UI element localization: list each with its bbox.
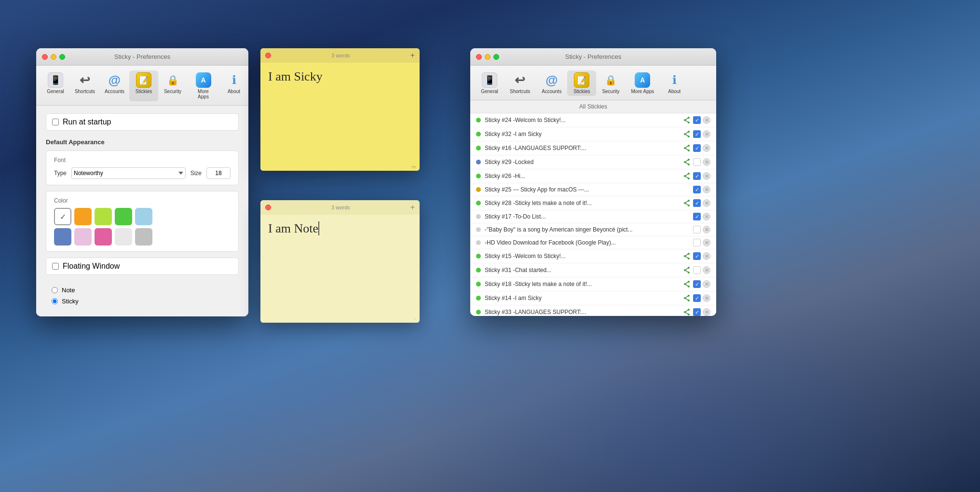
list-item[interactable]: Sticky #31 -Chat started... ✕ [470, 263, 716, 277]
share-icon[interactable] [682, 130, 691, 138]
toolbar-item-stickies-r[interactable]: 📝 Stickies [567, 70, 596, 96]
share-icon[interactable] [682, 144, 691, 152]
check-icon[interactable]: ✓ [693, 186, 701, 193]
check-empty-icon[interactable] [693, 266, 701, 274]
color-swatch-pink[interactable] [95, 228, 112, 246]
toolbar-item-moreapps[interactable]: A More Apps [187, 70, 219, 101]
list-item[interactable]: Sticky #26 -Hi... ✓ ✕ [470, 169, 716, 183]
color-swatch-light-blue[interactable] [135, 208, 152, 225]
share-icon[interactable] [682, 158, 691, 166]
check-empty-icon[interactable] [693, 226, 701, 233]
check-empty-icon[interactable] [693, 239, 701, 246]
toolbar-item-shortcuts[interactable]: ↩ Shortcuts [70, 70, 100, 101]
check-empty-icon[interactable] [693, 158, 701, 166]
minimize-button-left[interactable] [51, 54, 56, 60]
toolbar-item-about-r[interactable]: ℹ About [660, 70, 689, 96]
list-item[interactable]: Sticky #17 -To-Do List... ✓ ✕ [470, 210, 716, 223]
check-icon[interactable]: ✓ [693, 213, 701, 220]
color-swatch-gray[interactable] [135, 228, 152, 246]
share-icon[interactable] [682, 252, 691, 260]
delete-icon[interactable]: ✕ [703, 252, 710, 260]
delete-icon[interactable]: ✕ [703, 266, 710, 274]
check-icon[interactable]: ✓ [693, 252, 701, 260]
delete-icon[interactable]: ✕ [703, 308, 710, 316]
toolbar-item-about[interactable]: ℹ About [219, 70, 248, 101]
share-icon[interactable] [682, 294, 691, 302]
share-icon[interactable] [682, 172, 691, 180]
list-item[interactable]: Sticky #16 -LANGUAGES SUPPORT:... ✓ ✕ [470, 141, 716, 155]
list-item[interactable]: Sticky #33 -LANGUAGES SUPPORT:... ✓ ✕ [470, 305, 716, 316]
svg-line-48 [685, 296, 689, 298]
check-icon[interactable]: ✓ [693, 199, 701, 207]
minimize-button-right[interactable] [485, 54, 490, 60]
toolbar-item-accounts[interactable]: @ Accounts [100, 70, 129, 101]
sticky-body-bottom[interactable]: I am Note​ [260, 215, 420, 311]
list-item[interactable]: Sticky #32 -I am Sicky ✓ ✕ [470, 127, 716, 141]
toolbar-item-shortcuts-r[interactable]: ↩ Shortcuts [504, 70, 536, 96]
toolbar-item-accounts-r[interactable]: @ Accounts [536, 70, 567, 96]
color-swatch-blue[interactable] [54, 228, 71, 246]
list-item[interactable]: Sticky #18 -Sticky lets make a note of i… [470, 277, 716, 291]
delete-icon[interactable]: ✕ [703, 239, 710, 246]
check-icon[interactable]: ✓ [693, 294, 701, 302]
toolbar-item-stickies[interactable]: 📝 Stickies [129, 70, 158, 101]
run-at-startup-checkbox[interactable] [52, 119, 59, 125]
delete-icon[interactable]: ✕ [703, 186, 710, 193]
toolbar-item-moreapps-r[interactable]: A More Apps [626, 70, 660, 96]
list-item[interactable]: -HD Video Download for Facebook (Google … [470, 236, 716, 249]
color-swatch-light-green[interactable] [95, 208, 112, 225]
radio-note[interactable] [52, 287, 58, 293]
maximize-button-right[interactable] [493, 54, 499, 60]
delete-icon[interactable]: ✕ [703, 294, 710, 302]
share-icon[interactable] [682, 308, 691, 316]
close-button-left[interactable] [42, 54, 48, 60]
list-item[interactable]: Sticky #24 -Welcom to Sticky!... ✓ ✕ [470, 113, 716, 127]
delete-icon[interactable]: ✕ [703, 280, 710, 288]
add-button-bottom[interactable]: + [410, 203, 415, 212]
delete-icon[interactable]: ✕ [703, 226, 710, 233]
list-item[interactable]: Sticky #14 -I am Sicky ✓ ✕ [470, 291, 716, 305]
check-icon[interactable]: ✓ [693, 130, 701, 138]
toolbar-item-security-r[interactable]: 🔒 Security [596, 70, 625, 96]
share-icon[interactable] [682, 199, 691, 207]
toolbar-item-general[interactable]: 📱 General [41, 70, 70, 101]
check-icon[interactable]: ✓ [693, 280, 701, 288]
color-swatch-light-gray[interactable] [115, 228, 132, 246]
color-swatch-green[interactable] [115, 208, 132, 225]
close-button-sticky-top[interactable] [265, 53, 271, 58]
toolbar-item-general-r[interactable]: 📱 General [475, 70, 504, 96]
color-swatch-orange[interactable] [74, 208, 92, 225]
delete-icon[interactable]: ✕ [703, 172, 710, 180]
check-icon[interactable]: ✓ [693, 144, 701, 152]
share-icon[interactable] [682, 116, 691, 124]
list-item[interactable]: -"Baby Boy" is a song by American singer… [470, 223, 716, 236]
share-icon[interactable] [682, 266, 691, 274]
check-icon[interactable]: ✓ [693, 308, 701, 316]
delete-icon[interactable]: ✕ [703, 213, 710, 220]
color-swatch-white[interactable]: ✓ [54, 208, 71, 225]
share-icon[interactable] [682, 280, 691, 288]
sticky-content-top: I am Sicky [268, 69, 323, 83]
color-swatch-pink-light[interactable] [74, 228, 92, 246]
add-button-top[interactable]: + [410, 51, 415, 60]
font-type-select[interactable]: Noteworthy [71, 167, 186, 179]
font-size-input[interactable] [206, 167, 231, 179]
list-item[interactable]: Sticky #28 -Sticky lets make a note of i… [470, 196, 716, 210]
delete-icon[interactable]: ✕ [703, 158, 710, 166]
close-button-sticky-bottom[interactable] [265, 205, 271, 210]
radio-sticky[interactable] [52, 298, 58, 304]
list-item[interactable]: Sticky #15 -Welcom to Sticky!... ✓ ✕ [470, 249, 716, 263]
delete-icon[interactable]: ✕ [703, 199, 710, 207]
floating-window-checkbox[interactable] [52, 263, 59, 270]
maximize-button-left[interactable] [59, 54, 65, 60]
check-icon[interactable]: ✓ [693, 172, 701, 180]
toolbar-item-security[interactable]: 🔒 Security [158, 70, 187, 101]
close-button-right[interactable] [476, 54, 482, 60]
check-icon[interactable]: ✓ [693, 116, 701, 124]
delete-icon[interactable]: ✕ [703, 116, 710, 124]
delete-icon[interactable]: ✕ [703, 144, 710, 152]
list-item[interactable]: Sticky #25 --- Sticky App for macOS ---.… [470, 183, 716, 196]
sticky-body-top[interactable]: I am Sicky [260, 63, 420, 159]
delete-icon[interactable]: ✕ [703, 130, 710, 138]
list-item[interactable]: Sticky #29 -Locked ✕ [470, 155, 716, 169]
